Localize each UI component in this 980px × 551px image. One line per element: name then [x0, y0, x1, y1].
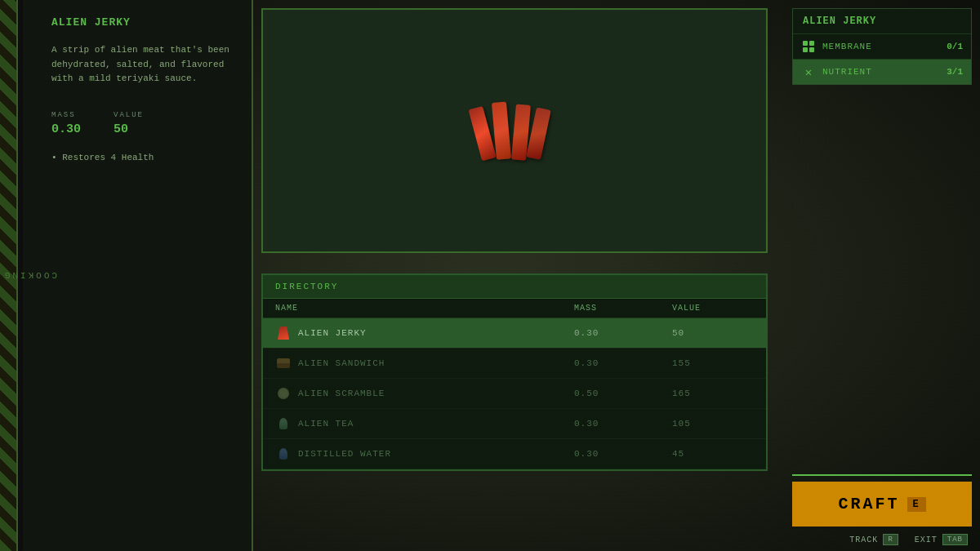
- track-action[interactable]: TRACK R: [849, 534, 898, 545]
- craft-area: CRAFT E: [792, 474, 972, 527]
- directory-panel: DIRECTORY NAME MASS VALUE ALIEN JERKY 0.…: [261, 273, 768, 471]
- row-icon-jerky: [275, 325, 292, 341]
- bottom-bar: TRACK R EXIT TAB: [253, 528, 980, 551]
- mass-value: 0.30: [51, 122, 81, 136]
- mass-stat: MASS 0.30: [51, 111, 81, 136]
- stats-row: MASS 0.30 VALUE 50: [51, 111, 239, 136]
- col-value: VALUE: [672, 304, 754, 313]
- directory-header: DIRECTORY: [263, 275, 766, 299]
- row-icon-sandwich: [275, 355, 292, 371]
- nutrient-name: NUTRIENT: [822, 67, 940, 77]
- row-name-cell: ALIEN SANDWICH: [275, 355, 574, 371]
- row-name-cell: DISTILLED WATER: [275, 446, 574, 462]
- grid-icon: [803, 41, 814, 52]
- sidebar-content: COOKING STATION ALIEN JERKY A strip of a…: [23, 0, 252, 179]
- station-label: COOKING STATION: [0, 271, 57, 281]
- cross-icon: ✕: [805, 65, 812, 79]
- track-key: R: [883, 534, 898, 545]
- membrane-count: 0/1: [947, 42, 963, 51]
- row-name-cell: ALIEN TEA: [275, 415, 574, 432]
- exit-label: EXIT: [915, 535, 938, 544]
- item-description: A strip of alien meat that's been dehydr…: [51, 43, 239, 87]
- membrane-name: MEMBRANE: [822, 42, 940, 51]
- craft-button[interactable]: CRAFT E: [792, 482, 972, 527]
- table-row[interactable]: ALIEN SANDWICH 0.30 155: [263, 349, 766, 379]
- row-mass-water: 0.30: [574, 449, 672, 459]
- row-name-cell: ALIEN JERKY: [275, 325, 574, 341]
- row-name-sandwich: ALIEN SANDWICH: [298, 358, 385, 368]
- table-row[interactable]: ALIEN TEA 0.30 105: [263, 409, 766, 439]
- row-icon-scramble: [275, 385, 292, 402]
- ingredients-title: ALIEN JERKY: [793, 9, 971, 33]
- row-mass-tea: 0.30: [574, 419, 672, 429]
- table-row[interactable]: DISTILLED WATER 0.30 45: [263, 439, 766, 469]
- row-mass-sandwich: 0.30: [574, 358, 672, 368]
- left-sidebar: COOKING STATION ALIEN JERKY A strip of a…: [0, 0, 253, 551]
- row-icon-water: [275, 446, 292, 462]
- row-name-tea: ALIEN TEA: [298, 419, 354, 429]
- col-mass: MASS: [574, 304, 672, 313]
- preview-panel: [261, 8, 768, 253]
- item-effects: Restores 4 Health: [51, 153, 239, 162]
- item-title: ALIEN JERKY: [51, 16, 239, 29]
- nutrient-icon: ✕: [801, 64, 816, 79]
- row-mass-jerky: 0.30: [574, 328, 672, 338]
- ingredients-panel: ALIEN JERKY MEMBRANE 0/1 ✕ NUTRIENT 3/1: [792, 8, 972, 85]
- exit-key: TAB: [942, 534, 968, 545]
- value-label: VALUE: [114, 111, 144, 119]
- craft-label: CRAFT: [838, 495, 899, 513]
- row-name-jerky: ALIEN JERKY: [298, 328, 367, 338]
- track-label: TRACK: [849, 535, 878, 544]
- row-mass-scramble: 0.50: [574, 389, 672, 398]
- row-value-sandwich: 155: [672, 358, 754, 368]
- col-name: NAME: [275, 304, 574, 313]
- exit-action[interactable]: EXIT TAB: [915, 534, 968, 545]
- ingredient-membrane: MEMBRANE 0/1: [793, 33, 971, 59]
- table-header: NAME MASS VALUE: [263, 299, 766, 318]
- row-name-cell: ALIEN SCRAMBLE: [275, 385, 574, 402]
- value-stat: VALUE 50: [114, 111, 144, 136]
- row-value-tea: 105: [672, 419, 754, 429]
- craft-key: E: [907, 497, 925, 512]
- row-name-water: DISTILLED WATER: [298, 449, 391, 459]
- row-value-jerky: 50: [672, 328, 754, 338]
- membrane-icon: [801, 39, 816, 54]
- nutrient-count: 3/1: [947, 67, 963, 77]
- craft-underline: [792, 474, 972, 476]
- row-icon-tea: [275, 415, 292, 432]
- ingredient-nutrient: ✕ NUTRIENT 3/1: [793, 59, 971, 84]
- table-row[interactable]: ALIEN SCRAMBLE 0.50 165: [263, 379, 766, 409]
- row-value-water: 45: [672, 449, 754, 459]
- row-name-scramble: ALIEN SCRAMBLE: [298, 389, 385, 398]
- row-value-scramble: 165: [672, 389, 754, 398]
- table-row[interactable]: ALIEN JERKY 0.30 50: [263, 318, 766, 349]
- mass-label: MASS: [51, 111, 81, 119]
- jerky-visual: [466, 90, 564, 171]
- main-area: ALIEN JERKY MEMBRANE 0/1 ✕ NUTRIENT 3/1 …: [253, 0, 980, 551]
- value-display: 50: [114, 122, 144, 136]
